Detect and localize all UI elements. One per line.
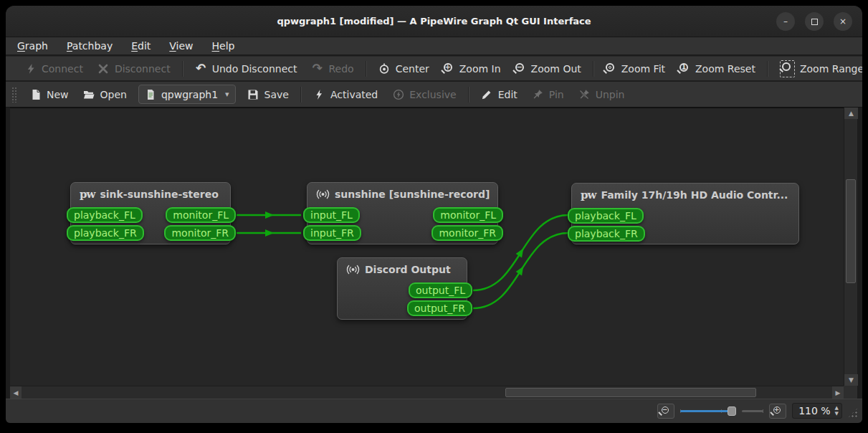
pin-button[interactable]: Pin	[525, 85, 571, 104]
open-folder-icon	[83, 88, 95, 100]
close-button[interactable]: ×	[834, 12, 852, 31]
disconnect-button[interactable]: Disconnect	[90, 59, 178, 78]
toolbar-separator	[767, 61, 768, 77]
zoom-fit-button[interactable]: Zoom Fit	[598, 60, 672, 78]
node-title: pwFamily 17h/19h HD Audio Contr...	[572, 184, 798, 206]
zoom-slider-track-empty	[742, 410, 763, 412]
statusbar-zoom-out-button[interactable]: −	[657, 404, 674, 419]
graph-node[interactable]: pwFamily 17h/19h HD Audio Contr...playba…	[571, 183, 799, 244]
redo-icon: ↷	[311, 62, 323, 75]
scroll-right-button[interactable]: ▶	[832, 386, 844, 399]
zoom-in-button[interactable]: + Zoom In	[437, 60, 508, 78]
pipewire-icon: pw	[80, 189, 95, 200]
zoom-reset-icon: 1	[679, 63, 688, 72]
window-resize-grip[interactable]	[848, 408, 858, 418]
scroll-down-button[interactable]: ▼	[844, 374, 858, 386]
toolbar-drag-handle[interactable]	[11, 87, 16, 103]
save-button[interactable]: Save	[240, 85, 296, 104]
node-title-text: Discord Output	[365, 264, 451, 275]
zoom-range-icon	[780, 60, 795, 77]
node-title: pwsink-sunshine-stereo	[71, 183, 230, 206]
port[interactable]: playback_FL	[568, 208, 644, 224]
zoom-out-icon: −	[515, 63, 524, 72]
graph-canvas[interactable]: pwsink-sunshine-stereoplayback_FLplaybac…	[10, 108, 844, 386]
connection-arrow	[265, 211, 274, 219]
activated-button[interactable]: Activated	[306, 85, 385, 104]
bolt-circle-icon	[392, 88, 404, 100]
zoom-slider-handle[interactable]	[728, 406, 736, 416]
undo-disconnect-button[interactable]: ↶ Undo Disconnect	[188, 59, 305, 78]
unpin-button[interactable]: Unpin	[571, 85, 632, 104]
new-button[interactable]: New	[22, 85, 76, 104]
redo-button[interactable]: ↷ Redo	[304, 59, 361, 78]
port[interactable]: monitor_FL	[433, 207, 503, 223]
vertical-scrollbar[interactable]: ▲ ▼	[844, 108, 857, 386]
patchbay-toolbar: New Open qpwgraph1 ▾ Save Activated	[6, 82, 862, 108]
horizontal-scrollbar[interactable]: ◀ ▶	[10, 386, 844, 399]
scroll-up-button[interactable]: ▲	[844, 108, 858, 119]
port[interactable]: monitor_FR	[431, 225, 503, 241]
minimize-button[interactable]: –	[776, 12, 795, 31]
zoom-fit-icon	[606, 63, 614, 72]
menu-edit[interactable]: Edit	[131, 40, 151, 52]
port[interactable]: monitor_FR	[164, 225, 236, 241]
menubar: Graph Patchbay Edit View Help	[6, 37, 862, 55]
zoom-percent-value: 110 %	[798, 405, 830, 417]
titlebar[interactable]: qpwgraph1 [modified] — A PipeWire Graph …	[6, 6, 862, 37]
pin-icon	[532, 88, 544, 100]
menu-view[interactable]: View	[169, 40, 193, 52]
connect-button[interactable]: Connect	[17, 59, 90, 78]
port[interactable]: input_FL	[303, 207, 360, 223]
zoom-reset-button[interactable]: 1 Zoom Reset	[672, 60, 763, 78]
toolbar-separator	[366, 61, 367, 77]
node-title-text: sunshine [sunshine-record]	[335, 189, 490, 200]
graph-node[interactable]: pwsink-sunshine-stereoplayback_FLplaybac…	[70, 182, 231, 244]
patchbay-file-combobox[interactable]: qpwgraph1 ▾	[138, 85, 236, 104]
zoom-range-button[interactable]: Zoom Range	[773, 57, 862, 81]
graph-node[interactable]: sunshine [sunshine-record]input_FLinput_…	[307, 182, 498, 244]
open-button[interactable]: Open	[76, 85, 134, 104]
horizontal-scrollbar-thumb[interactable]	[505, 388, 756, 397]
port[interactable]: monitor_FL	[166, 207, 236, 223]
node-title-text: sink-sunshine-stereo	[100, 189, 218, 200]
patchbay-file-icon	[145, 88, 157, 100]
menu-patchbay[interactable]: Patchbay	[67, 40, 113, 52]
stream-icon	[346, 264, 360, 275]
node-title: sunshine [sunshine-record]	[307, 183, 497, 206]
scroll-left-button[interactable]: ◀	[10, 386, 22, 399]
port[interactable]: playback_FR	[568, 226, 645, 242]
pipewire-icon: pw	[581, 190, 596, 201]
statusbar: − + 110 % ▲▼	[6, 399, 862, 423]
zoom-slider[interactable]	[680, 404, 763, 419]
menu-help[interactable]: Help	[212, 40, 235, 52]
qpwgraph-window: qpwgraph1 [modified] — A PipeWire Graph …	[6, 6, 862, 423]
zoom-percent-spinbox[interactable]: 110 % ▲▼	[792, 403, 842, 419]
graph-node[interactable]: Discord Outputoutput_FLoutput_FR	[337, 257, 467, 320]
port[interactable]: output_FR	[407, 300, 472, 316]
port[interactable]: output_FL	[409, 282, 472, 298]
save-icon	[247, 88, 259, 100]
center-button[interactable]: Center	[371, 59, 437, 78]
port[interactable]: input_FR	[303, 225, 361, 241]
graph-toolbar: Connect Disconnect ↶ Undo Disconnect ↷ R…	[6, 56, 862, 81]
pencil-icon	[481, 88, 493, 100]
vertical-scrollbar-thumb[interactable]	[846, 179, 856, 283]
undo-icon: ↶	[195, 62, 207, 75]
node-title-text: Family 17h/19h HD Audio Contr...	[601, 189, 788, 201]
window-controls: – ×	[776, 12, 852, 31]
patchbay-file-name: qpwgraph1	[161, 89, 218, 100]
exclusive-button[interactable]: Exclusive	[385, 85, 463, 104]
edit-button[interactable]: Edit	[474, 85, 525, 104]
zoom-in-icon: +	[773, 406, 781, 414]
menu-graph[interactable]: Graph	[17, 40, 48, 52]
stream-icon	[316, 189, 330, 200]
toolbar-separator	[593, 61, 594, 77]
port[interactable]: playback_FR	[67, 225, 144, 241]
port[interactable]: playback_FL	[67, 207, 143, 223]
new-file-icon	[29, 88, 42, 100]
spinbox-arrows[interactable]: ▲▼	[835, 405, 839, 417]
zoom-out-icon: −	[662, 406, 669, 414]
zoom-out-button[interactable]: − Zoom Out	[508, 60, 588, 78]
statusbar-zoom-in-button[interactable]: +	[769, 404, 786, 419]
maximize-button[interactable]	[805, 12, 824, 31]
